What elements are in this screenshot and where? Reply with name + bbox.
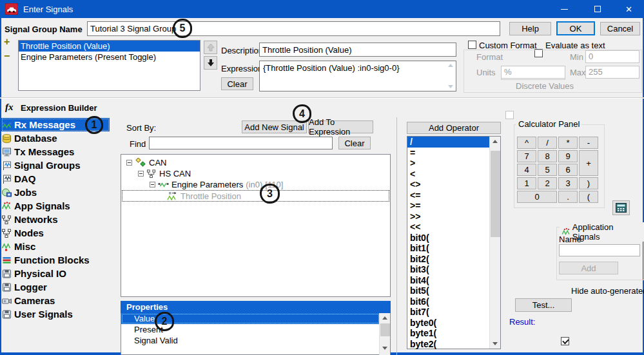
calc-key-minus[interactable]: - (579, 137, 598, 149)
sidebar-item-nodes[interactable]: Nodes (1, 226, 119, 240)
remove-signal-button[interactable]: − (4, 50, 10, 62)
signal-group-name-input[interactable] (87, 21, 500, 36)
scrollbar-thumb[interactable] (380, 323, 390, 336)
sidebar-item-misc[interactable]: Misc (1, 240, 119, 253)
sidebar-item-signal-groups[interactable]: Signal Groups (1, 158, 119, 172)
discrete-values-checkbox[interactable] (505, 111, 514, 119)
operator-item[interactable]: bit4( (407, 275, 489, 286)
operator-item[interactable]: byte0( (407, 318, 489, 329)
calc-key-dot[interactable]: . (558, 191, 578, 203)
operator-item[interactable]: >= (407, 200, 489, 211)
calc-key-multiply[interactable]: * (558, 137, 578, 149)
tree-node-hs-can[interactable]: HS CAN (138, 168, 191, 179)
operator-item[interactable]: >> (407, 211, 489, 222)
sidebar-item-tx-messages[interactable]: Tx Messages (1, 145, 119, 158)
tree-node-throttle-position[interactable]: Throttle Position (122, 190, 389, 202)
expression-clear-button[interactable]: Clear (221, 77, 253, 90)
operator-item[interactable]: < (407, 169, 489, 180)
operator-item[interactable]: = (407, 148, 489, 158)
operator-item[interactable]: bit3( (407, 264, 489, 275)
operator-scrollbar[interactable] (489, 137, 500, 349)
calc-key-4[interactable]: 4 (517, 164, 536, 176)
test-button[interactable]: Test... (515, 298, 572, 312)
add-signal-button[interactable]: + (4, 36, 10, 48)
units-input[interactable]: % (501, 66, 565, 79)
hide-auto-generated-checkbox[interactable] (561, 337, 569, 345)
operator-item[interactable]: <> (407, 179, 489, 190)
sidebar-item-app-signals[interactable]: App Signals (1, 199, 119, 213)
app-signal-add-button[interactable]: Add (559, 262, 618, 274)
calc-key-3[interactable]: 3 (558, 177, 578, 189)
sidebar-item-user-signals[interactable]: User Signals (1, 307, 119, 321)
calc-key-plus[interactable]: + (579, 150, 598, 176)
sidebar-item-function-blocks[interactable]: Function Blocks (1, 253, 119, 267)
operator-item[interactable]: bit7( (407, 307, 489, 318)
sidebar-item-cameras[interactable]: Cameras (1, 294, 119, 307)
calc-key-8[interactable]: 8 (538, 150, 557, 162)
scroll-up-icon[interactable] (380, 313, 390, 323)
sidebar-item-database[interactable]: Database (1, 131, 119, 145)
operator-item[interactable]: / (407, 137, 489, 148)
calc-key-9[interactable]: 9 (558, 150, 578, 162)
operator-item[interactable]: bit5( (407, 285, 489, 296)
maximize-button[interactable] (583, 0, 612, 18)
calculator-launch-button[interactable] (612, 200, 630, 215)
help-button[interactable]: Help (509, 22, 551, 35)
collapse-icon[interactable] (126, 160, 132, 166)
tree-node-can[interactable]: CAN (126, 157, 166, 168)
sidebar-item-networks[interactable]: Networks (1, 213, 119, 226)
operator-item[interactable]: bit0( (407, 233, 489, 244)
find-clear-button[interactable]: Clear (338, 137, 371, 149)
description-input[interactable] (259, 43, 456, 57)
operator-item[interactable]: byte2( (407, 339, 489, 350)
operator-item[interactable]: bit6( (407, 296, 489, 307)
collapse-icon[interactable] (138, 171, 144, 177)
calc-key-divide[interactable]: / (538, 137, 557, 149)
scrollbar-thumb[interactable] (491, 151, 500, 237)
sidebar-item-jobs[interactable]: Jobs (1, 186, 119, 199)
calc-key-lparen[interactable]: ( (579, 191, 598, 203)
scroll-up-icon[interactable] (448, 64, 453, 67)
calc-key-caret[interactable]: ^ (517, 137, 536, 149)
calc-key-2[interactable]: 2 (538, 177, 557, 189)
calc-key-rparen[interactable]: ) (579, 177, 598, 189)
ok-button[interactable]: OK (556, 21, 595, 35)
operator-item[interactable]: bit1( (407, 243, 489, 254)
signal-list-item[interactable]: Throttle Position (Value) (19, 41, 200, 52)
app-signal-name-input[interactable] (559, 244, 640, 256)
calc-key-7[interactable]: 7 (517, 150, 536, 162)
splitter[interactable] (396, 117, 397, 355)
find-input[interactable] (149, 137, 333, 149)
scroll-down-icon[interactable] (380, 343, 390, 353)
min-input[interactable]: 0 (585, 50, 639, 63)
sidebar-item-physical-io[interactable]: Physical IO (1, 267, 119, 280)
properties-scrollbar[interactable] (379, 313, 390, 355)
operator-item[interactable]: byte1( (407, 328, 489, 339)
close-button[interactable]: ✕ (614, 0, 644, 18)
sidebar-item-logger[interactable]: Logger (1, 280, 119, 294)
cancel-button[interactable]: Cancel (600, 22, 640, 35)
move-up-button[interactable] (204, 41, 217, 54)
operator-item[interactable]: bit2( (407, 254, 489, 265)
minimize-button[interactable] (549, 0, 579, 18)
add-operator-button[interactable]: Add Operator (407, 122, 501, 134)
max-input[interactable]: 255 (585, 66, 639, 79)
property-item-signal-valid[interactable]: Signal Valid (121, 335, 390, 346)
add-to-expression-button[interactable]: Add To Expression (308, 120, 373, 133)
scroll-down-icon[interactable] (448, 85, 453, 88)
operator-item[interactable]: <= (407, 190, 489, 201)
calc-key-5[interactable]: 5 (538, 164, 557, 176)
operator-item[interactable]: << (407, 222, 489, 233)
move-down-button[interactable] (204, 56, 217, 70)
scroll-down-icon[interactable] (490, 339, 500, 349)
signal-list-item[interactable]: Engine Parameters (Present Toggle) (19, 52, 200, 62)
calc-key-6[interactable]: 6 (558, 164, 578, 176)
custom-format-checkbox[interactable] (468, 41, 476, 49)
calc-key-1[interactable]: 1 (517, 177, 536, 189)
collapse-icon[interactable] (150, 182, 155, 187)
add-new-signal-button[interactable]: Add New Signal (242, 120, 307, 133)
operator-item[interactable]: > (407, 158, 489, 169)
scroll-up-icon[interactable] (490, 137, 500, 146)
calc-key-0[interactable]: 0 (517, 191, 557, 203)
expression-box[interactable]: {Throttle Position (Value) :in0-sig0-0} (259, 61, 456, 91)
